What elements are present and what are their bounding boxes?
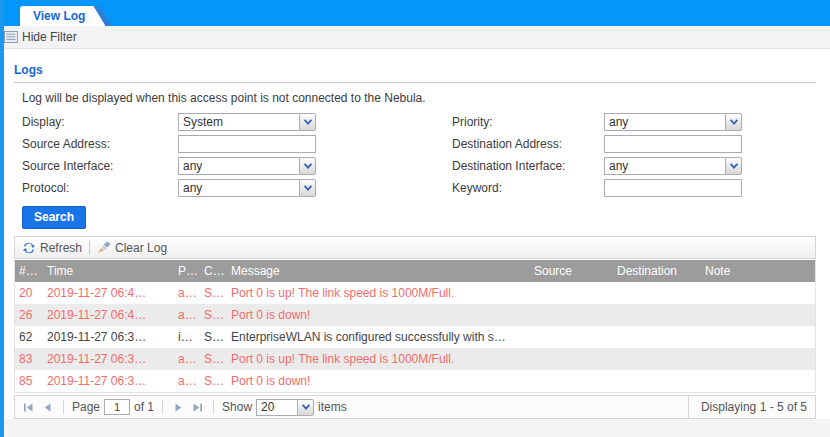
chevron-down-icon[interactable] (725, 157, 742, 175)
protocol-select-value: any (178, 179, 299, 197)
cell-category: S… (200, 304, 227, 326)
cell-message: EnterpriseWLAN is configured successfull… (227, 326, 530, 348)
log-row[interactable]: 62 2019-11-27 06:3… i… S… EnterpriseWLAN… (15, 326, 815, 348)
refresh-label: Refresh (40, 241, 82, 255)
priority-select-value: any (604, 113, 725, 131)
cell-number: 83 (15, 348, 43, 370)
refresh-icon (22, 241, 36, 255)
column-header-source[interactable]: Source (530, 260, 613, 282)
keyword-input[interactable] (604, 179, 742, 197)
log-table: #… Time P… C… Message Source Destination… (15, 260, 815, 392)
log-grid: Refresh Clear Log (14, 236, 816, 419)
column-header-category[interactable]: C… (200, 260, 227, 282)
chevron-down-icon[interactable] (299, 157, 316, 175)
display-select-value: System (178, 113, 299, 131)
cell-priority: a… (174, 282, 200, 304)
log-row[interactable]: 20 2019-11-27 06:4… a… S… Port 0 is up! … (15, 282, 815, 304)
tab-view-log-label: View Log (33, 9, 85, 23)
hide-filter-button[interactable]: Hide Filter (0, 26, 830, 49)
column-header-destination[interactable]: Destination (613, 260, 701, 282)
log-row[interactable]: 83 2019-11-27 06:3… a… S… Port 0 is up! … (15, 348, 815, 370)
priority-select[interactable]: any (604, 113, 742, 131)
cell-destination (613, 370, 701, 392)
items-label: items (318, 400, 347, 414)
column-header-priority[interactable]: P… (174, 260, 200, 282)
cell-priority: i… (174, 326, 200, 348)
cell-priority: a… (174, 348, 200, 370)
cell-destination (613, 326, 701, 348)
logs-section-title: Logs (14, 63, 816, 83)
cell-destination (613, 282, 701, 304)
displaying-status: Displaying 1 - 5 of 5 (688, 396, 815, 418)
tab-view-log[interactable]: View Log (20, 6, 105, 26)
table-header-row: #… Time P… C… Message Source Destination… (15, 260, 815, 282)
column-header-number[interactable]: #… (15, 260, 43, 282)
search-button[interactable]: Search (22, 206, 86, 229)
first-page-icon[interactable] (21, 400, 36, 415)
page-of-label: of 1 (134, 400, 154, 414)
display-label: Display: (22, 115, 65, 129)
cell-message: Port 0 is up! The link speed is 1000M/Fu… (227, 348, 530, 370)
column-header-time[interactable]: Time (43, 260, 174, 282)
column-header-message[interactable]: Message (227, 260, 530, 282)
cell-source (530, 370, 613, 392)
destination-address-input[interactable] (604, 135, 742, 153)
protocol-select[interactable]: any (178, 179, 316, 197)
next-page-icon[interactable] (171, 400, 186, 415)
cell-number: 26 (15, 304, 43, 326)
refresh-button[interactable]: Refresh (22, 241, 82, 255)
cell-note (701, 370, 815, 392)
cell-category: S… (200, 326, 227, 348)
chevron-down-icon[interactable] (299, 113, 316, 131)
cell-category: S… (200, 282, 227, 304)
cell-source (530, 304, 613, 326)
destination-interface-select-value: any (604, 157, 725, 175)
cell-time: 2019-11-27 06:3… (43, 348, 174, 370)
cell-source (530, 348, 613, 370)
keyword-label: Keyword: (452, 181, 502, 195)
tab-strip: View Log (0, 0, 830, 26)
show-items-select-value: 20 (256, 399, 297, 416)
cell-number: 85 (15, 370, 43, 392)
page-label: Page (72, 400, 100, 414)
column-header-note[interactable]: Note (701, 260, 815, 282)
cell-category: S… (200, 348, 227, 370)
cell-message: Port 0 is up! The link speed is 1000M/Fu… (227, 282, 530, 304)
cell-time: 2019-11-27 06:3… (43, 370, 174, 392)
previous-page-icon[interactable] (40, 400, 55, 415)
chevron-down-icon[interactable] (299, 179, 316, 197)
cell-note (701, 348, 815, 370)
cell-destination (613, 304, 701, 326)
source-address-label: Source Address: (22, 137, 110, 151)
page-left-accent-border (0, 0, 4, 437)
brush-icon (97, 241, 111, 254)
last-page-icon[interactable] (190, 400, 205, 415)
show-items-select[interactable]: 20 (256, 399, 314, 416)
page-bottom-background (0, 419, 830, 437)
logs-panel: Logs Log will be displayed when this acc… (0, 63, 830, 419)
clear-log-label: Clear Log (115, 241, 167, 255)
cell-time: 2019-11-27 06:4… (43, 282, 174, 304)
destination-address-label: Destination Address: (452, 137, 562, 151)
chevron-down-icon[interactable] (297, 399, 314, 416)
pagination-bar: Page of 1 Show 20 items (14, 395, 816, 419)
source-address-input[interactable] (178, 135, 316, 153)
destination-interface-select[interactable]: any (604, 157, 742, 175)
page-number-input[interactable] (104, 399, 130, 415)
log-row[interactable]: 26 2019-11-27 06:4… a… S… Port 0 is down… (15, 304, 815, 326)
display-select[interactable]: System (178, 113, 316, 131)
show-label: Show (222, 400, 252, 414)
chevron-down-icon[interactable] (725, 113, 742, 131)
log-row[interactable]: 85 2019-11-27 06:3… a… S… Port 0 is down… (15, 370, 815, 392)
pager-divider (63, 400, 64, 414)
protocol-label: Protocol: (22, 181, 69, 195)
cell-source (530, 326, 613, 348)
clear-log-button[interactable]: Clear Log (97, 241, 167, 255)
source-interface-select-value: any (178, 157, 299, 175)
cell-category: S… (200, 370, 227, 392)
log-grid-toolbar: Refresh Clear Log (14, 236, 816, 259)
cell-priority: a… (174, 370, 200, 392)
cell-note (701, 326, 815, 348)
source-interface-select[interactable]: any (178, 157, 316, 175)
cell-message: Port 0 is down! (227, 304, 530, 326)
